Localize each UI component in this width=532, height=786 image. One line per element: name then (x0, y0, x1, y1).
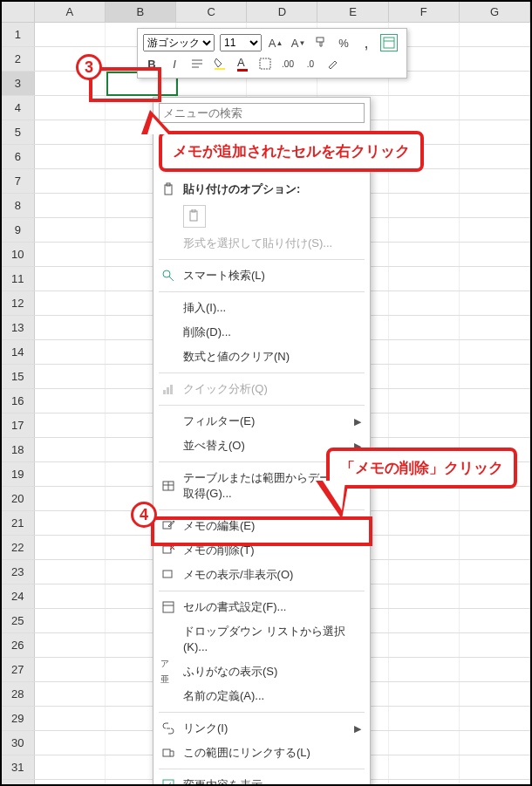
cell[interactable] (460, 120, 530, 144)
row-header-5[interactable]: 5 (2, 120, 35, 144)
cell[interactable] (389, 169, 460, 193)
row-header-25[interactable]: 25 (2, 609, 35, 632)
cell[interactable] (35, 365, 106, 388)
cell[interactable] (460, 169, 530, 193)
ctx-link[interactable]: リンク(I) ▶ (153, 716, 370, 741)
row-header-10[interactable]: 10 (2, 243, 35, 266)
cell[interactable] (389, 487, 460, 510)
row-header-22[interactable]: 22 (2, 536, 35, 559)
cell[interactable] (35, 707, 106, 730)
cell[interactable] (460, 584, 530, 608)
row-header-6[interactable]: 6 (2, 145, 35, 168)
decrease-font-icon[interactable]: A▼ (290, 34, 307, 51)
cell[interactable] (460, 291, 530, 315)
cell[interactable] (389, 194, 460, 217)
row-header-15[interactable]: 15 (2, 365, 35, 388)
cell[interactable] (460, 316, 530, 339)
cell[interactable] (460, 633, 530, 657)
paste-default-icon[interactable] (183, 205, 206, 228)
cell[interactable] (460, 511, 530, 535)
row-header-7[interactable]: 7 (2, 169, 35, 193)
cell[interactable] (389, 707, 460, 730)
cell[interactable] (389, 731, 460, 755)
cell[interactable] (460, 560, 530, 584)
increase-font-icon[interactable]: A▲ (267, 34, 284, 51)
row-header-24[interactable]: 24 (2, 584, 35, 608)
row-header-27[interactable]: 27 (2, 658, 35, 681)
row-header-2[interactable]: 2 (2, 47, 35, 71)
cell[interactable] (389, 584, 460, 608)
cell[interactable] (35, 267, 106, 290)
cell[interactable] (35, 291, 106, 315)
cell[interactable] (35, 414, 106, 437)
row-header-4[interactable]: 4 (2, 96, 35, 120)
comma-icon[interactable]: , (358, 34, 375, 51)
cell[interactable] (460, 340, 530, 364)
cell[interactable] (35, 169, 106, 193)
cell[interactable] (35, 755, 106, 779)
row-header-30[interactable]: 30 (2, 731, 35, 755)
col-header-F[interactable]: F (389, 2, 460, 22)
cell[interactable] (460, 487, 530, 510)
row-header-31[interactable]: 31 (2, 755, 35, 779)
cell[interactable] (389, 633, 460, 657)
font-name-select[interactable]: 游ゴシック (143, 34, 215, 51)
cell[interactable] (389, 609, 460, 632)
percent-icon[interactable]: % (335, 34, 352, 51)
cell[interactable] (35, 438, 106, 461)
ctx-toggle-note[interactable]: メモの表示/非表示(O) (153, 563, 370, 587)
col-header-E[interactable]: E (317, 2, 388, 22)
cell[interactable] (460, 267, 530, 290)
cell[interactable] (35, 218, 106, 242)
increase-decimal-icon[interactable]: .00 (279, 55, 297, 72)
cell[interactable] (389, 267, 460, 290)
row-header-18[interactable]: 18 (2, 438, 35, 461)
cell[interactable] (389, 291, 460, 315)
cell[interactable] (35, 487, 106, 510)
row-header-29[interactable]: 29 (2, 707, 35, 730)
cell[interactable] (389, 316, 460, 339)
col-header-C[interactable]: C (176, 2, 247, 22)
fill-color-icon[interactable] (211, 55, 228, 72)
cell[interactable] (460, 536, 530, 559)
cell[interactable] (389, 755, 460, 779)
cell[interactable] (35, 780, 106, 786)
ctx-furigana[interactable]: ア亜 ふりがなの表示(S) (153, 660, 370, 684)
cell[interactable] (35, 23, 106, 46)
cell[interactable] (35, 658, 106, 681)
cell[interactable] (460, 23, 530, 46)
ctx-link-to-range[interactable]: この範囲にリンクする(L) (153, 741, 370, 765)
bold-icon[interactable]: B (143, 55, 160, 72)
row-header-16[interactable]: 16 (2, 389, 35, 413)
cell[interactable] (389, 389, 460, 413)
ctx-dropdown-list[interactable]: ドロップダウン リストから選択(K)... (153, 619, 370, 660)
cell[interactable] (460, 243, 530, 266)
cell[interactable] (389, 658, 460, 681)
cell[interactable] (460, 731, 530, 755)
cell[interactable] (35, 682, 106, 706)
ctx-delete[interactable]: 削除(D)... (153, 320, 370, 345)
italic-icon[interactable]: I (166, 55, 183, 72)
row-header-26[interactable]: 26 (2, 633, 35, 657)
ctx-insert[interactable]: 挿入(I)... (153, 296, 370, 320)
cell[interactable] (389, 365, 460, 388)
row-header-8[interactable]: 8 (2, 194, 35, 217)
cell[interactable] (389, 511, 460, 535)
col-header-D[interactable]: D (247, 2, 317, 22)
font-size-select[interactable]: 11 (220, 34, 262, 51)
row-header-3[interactable]: 3 (2, 72, 35, 95)
cell[interactable] (389, 780, 460, 786)
cell[interactable] (389, 682, 460, 706)
cell[interactable] (35, 731, 106, 755)
cell[interactable] (35, 633, 106, 657)
row-header-13[interactable]: 13 (2, 316, 35, 339)
cell[interactable] (460, 47, 530, 71)
cell[interactable] (389, 536, 460, 559)
ctx-delete-note[interactable]: メモの削除(T) (153, 538, 370, 563)
cell[interactable] (35, 194, 106, 217)
ctx-format-cells[interactable]: セルの書式設定(F)... (153, 595, 370, 619)
row-header-21[interactable]: 21 (2, 511, 35, 535)
format-painter-icon[interactable] (312, 34, 330, 51)
cell[interactable] (35, 536, 106, 559)
cell[interactable] (460, 194, 530, 217)
